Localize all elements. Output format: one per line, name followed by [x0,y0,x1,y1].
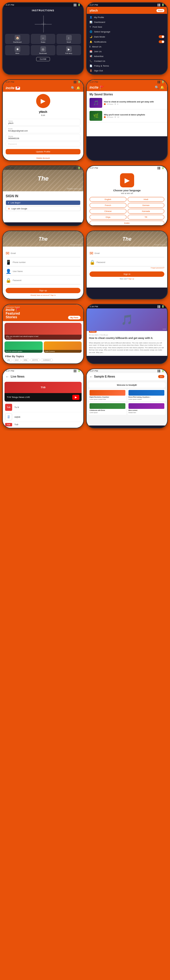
login-password-row[interactable]: 🔒 [89,258,164,266]
login-email-row[interactable]: ✉ [89,250,164,257]
menu-item-aboutus[interactable]: ℹAbout Us [87,44,167,49]
login-password-input[interactable] [97,261,164,263]
main-card-overlay: Why you shouldn't eat rebuilt engine in … [5,335,82,340]
phone-instructions: 2:27 PM ▌▌ 🔋 INSTRUCTIONS ✕ 🏠 Dashb [2,2,84,75]
google-signin-button[interactable]: G Login with Google [6,206,81,211]
dashboard-menu-icon: 📊 [89,21,92,24]
phone-field-row[interactable]: 📱 [6,258,81,266]
facebook-signin-button[interactable]: f Lets Begin! [6,200,81,205]
mobile-value[interactable]: 9658965236 [8,137,78,139]
filter-wine[interactable]: WINE [22,358,29,362]
filter-daily[interactable]: DAILY [13,358,21,362]
lang-english[interactable]: English [89,197,127,202]
close-button[interactable]: CLOSE [36,57,50,61]
password-input[interactable] [13,279,81,281]
story-meta-1: All News 👁 9 [104,103,164,105]
signal-battery-1: ▌▌ 🔋 [74,4,81,6]
channel-tv9-2-item[interactable]: Tv9 Tv9 [3,422,83,428]
secondary-card-2[interactable]: Crypto Currency [44,341,82,353]
menu-item-joinus[interactable]: 📅Join Us [87,49,167,54]
youtube-play-button[interactable]: ▶ [72,395,79,400]
lang-kannada[interactable]: Kannada [128,209,165,213]
logo-play-icon: ▶ [124,177,130,184]
channel-aajtak-item[interactable]: aajtak aajtak [3,412,83,422]
enews-card-1[interactable]: Digital Revolution, Anywhere Lorem ipsum… [88,389,127,401]
phone-input[interactable] [13,261,81,263]
secondary-card-1[interactable]: The SI fix science's garden [5,341,43,353]
darkmode-toggle[interactable] [159,35,164,38]
contact-icon: 📞 [89,60,92,62]
sec-card-1-overlay: The SI fix science's garden [5,350,43,353]
menu-item-advertise[interactable]: 📢Advertise [87,54,167,59]
google-label: Login with Google [11,208,27,210]
menu-item-contact[interactable]: 📞Contact Us [87,59,167,64]
update-profile-button[interactable]: Update Profile [6,149,81,154]
language-screen: ▶ Choose your language भाषा का चयन करें … [87,173,167,226]
menu-item-notifications[interactable]: 🔔 Notifications [87,39,167,44]
channel-tv9-item[interactable]: Tv9 Tv 9 [3,402,83,412]
back-arrow-livenews[interactable]: ← [6,375,9,379]
my-feed-button[interactable]: My Feed [68,316,81,320]
lang-arabic[interactable]: Arabic [89,221,164,226]
profile-header: incite 🚩 🔍 🔔 [3,84,83,92]
enews-card-1-title: Digital Revolution, Anywhere [89,396,126,398]
incite-logo-profile: incite 🚩 [6,86,20,90]
instr-item-more: ✱ More [5,45,30,55]
notifications-icon: 🔔 [89,41,92,43]
signup-button[interactable]: Sign up [6,288,81,293]
saved-story-2[interactable]: 🌿 Why you'll never succeed at dance play… [87,110,167,123]
menu-item-language[interactable]: 🌐Select language [87,29,167,34]
story-thumb-music: 🎵 [89,98,102,108]
story-title-1: How to cheat at country billboards and g… [104,101,164,103]
lang-french[interactable]: French [89,203,127,208]
lang-chinese[interactable]: Chinese [89,209,127,213]
tv9-live-embed[interactable]: TV9 TV9 Telugu News LIVE ▶ [5,382,82,401]
lang-hindi[interactable]: Hindi [128,197,165,202]
nature-thumb-bg: 🌿 [89,111,102,121]
search-icon-saved[interactable]: 🔍 [155,86,159,89]
enews-header-left: ← Sample E-News [89,375,115,379]
enews-card-4-img [129,403,164,409]
email-value[interactable]: 821@ppo@gmail.com [8,130,78,132]
notification-icon-profile[interactable]: 🔔 [76,86,81,90]
back-arrow-enews[interactable]: ← [89,375,93,379]
menu-item-policy[interactable]: 📄Policy & Terms [87,64,167,68]
lang-tr[interactable]: TR [128,215,165,220]
email-field-row[interactable]: ✉ [6,250,81,257]
profile-field-password[interactable]: Password [6,142,81,146]
signin-form: SIGN IN f Lets Begin! G Login with Googl… [3,191,83,215]
cross-icon-area: ✕ [5,14,81,34]
signup-link[interactable]: Sign up [129,278,134,280]
password-field-row[interactable]: 🔒 [6,277,81,285]
enews-card-4[interactable]: More content Details here [127,402,165,415]
menu-item-dashboard[interactable]: 📊Dashboard [87,20,167,25]
lang-german[interactable]: German [128,203,165,208]
notification-icon-saved[interactable]: 🔔 [160,86,164,89]
login-subtext: Elizabeth, Farms's play [154,244,166,245]
dot-orange-1 [104,103,106,105]
login-email-input[interactable] [95,252,164,254]
password-field-icon: 🔒 [6,278,11,283]
search-icon-profile[interactable]: 🔍 [71,86,75,90]
notifications-toggle[interactable] [159,40,164,43]
featured-main-card[interactable]: Why you shouldn't eat rebuilt engine in … [5,323,82,340]
username-field-row[interactable]: 👤 [6,267,81,275]
menu-item-darkmode[interactable]: 🌙 Dark Mode [87,34,167,39]
email-input[interactable] [11,252,81,254]
filter-crypto[interactable]: CRYPTO [30,358,40,362]
article-content: All News 25 Oct 2021 | 7:01:08 pm How to… [87,328,167,356]
username-input[interactable] [13,270,81,272]
lang-oriya[interactable]: Oriya [89,215,127,220]
delete-account-link[interactable]: Delete Account [3,156,83,160]
menu-item-profile[interactable]: 👤My Profile [87,15,167,20]
enews-card-2[interactable]: Drone Pilot training, Anywhere + Lorem i… [127,389,165,401]
enews-card-3[interactable]: Collaborate with Drone Lorem ipsum [88,402,127,415]
login-button[interactable]: Sign in [89,272,164,277]
signin-link[interactable]: Sign In [51,294,56,296]
menu-item-fontsize[interactable]: TFont Size [87,25,167,29]
filter-life[interactable]: LIFE [5,358,12,362]
forgot-password-link[interactable]: Forgot password? [89,267,164,269]
saved-story-1[interactable]: 🎵 How to cheat at country billboards and… [87,97,167,110]
filter-currency[interactable]: CURRENCY [41,358,52,362]
menu-item-signout[interactable]: 🚪Sign Out [87,68,167,73]
